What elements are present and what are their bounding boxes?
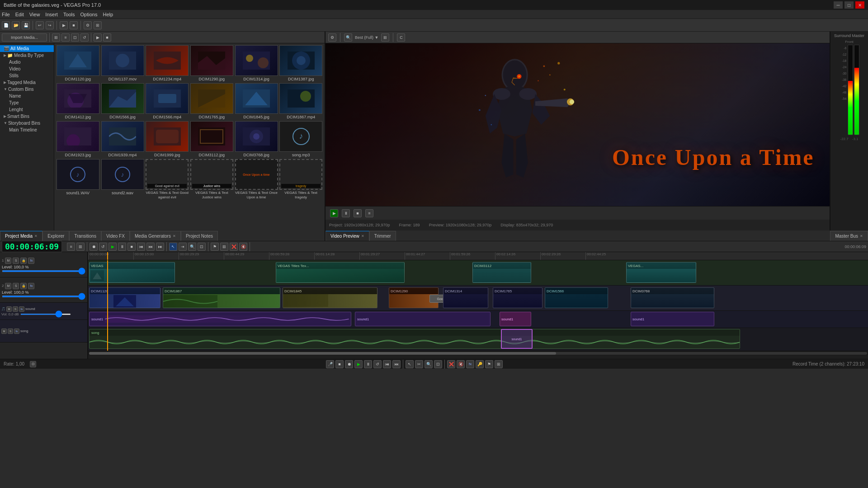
media-item-dcim1999[interactable]: DCIM1999.jpg xyxy=(145,121,189,157)
track1-lock[interactable]: 🔒 xyxy=(20,258,27,264)
clip-dcim1120[interactable]: DCIM1120 xyxy=(89,287,160,308)
scrollbar-thumb[interactable] xyxy=(89,352,556,355)
open-button[interactable]: 📂 xyxy=(12,21,20,29)
media-item-dcim3112[interactable]: DCIM3112.jpg xyxy=(190,121,234,157)
clip-vegas-1[interactable]: VEGAS xyxy=(89,262,175,283)
tl-pause[interactable]: ⏸ xyxy=(118,243,126,251)
refresh-button[interactable]: ↺ xyxy=(80,33,89,42)
media-item-dcim1845[interactable]: DCIM1845.jpg xyxy=(235,83,278,119)
audio1-mute[interactable]: M xyxy=(6,306,12,312)
track1-solo[interactable]: S xyxy=(13,258,19,264)
grid-button[interactable]: ⊞ xyxy=(94,21,102,29)
track1-level-slider[interactable] xyxy=(2,270,85,272)
tl-end[interactable]: ⏭ xyxy=(156,243,164,251)
restore-button[interactable]: □ xyxy=(844,1,854,9)
tl-play[interactable]: ▶ xyxy=(108,243,117,251)
stop-media-button[interactable]: ■ xyxy=(103,33,111,42)
clip-dcim1867[interactable]: DCIM1867 xyxy=(163,287,280,308)
bt-snap[interactable]: ⊡ xyxy=(434,360,442,368)
tl-region[interactable]: ⊞ xyxy=(220,243,228,251)
preview-settings[interactable]: ⚙ xyxy=(328,33,336,42)
bt-region2[interactable]: ⊞ xyxy=(495,360,503,368)
view-toggle[interactable]: ⊞ xyxy=(52,33,60,42)
save-button[interactable]: 💾 xyxy=(22,21,30,29)
track1-mute[interactable]: M xyxy=(5,258,11,264)
bt-pause[interactable]: ⏸ xyxy=(364,360,372,368)
bt-loop[interactable]: ↺ xyxy=(373,360,382,368)
tree-main-timeline[interactable]: Main Timeline xyxy=(0,127,54,133)
song-solo[interactable]: S xyxy=(8,328,13,334)
media-item-dcim1234[interactable]: DCIM1234.mp4 xyxy=(145,45,189,81)
tab-project-media[interactable]: Project Media ✕ xyxy=(0,231,42,241)
track2-fx[interactable]: fx xyxy=(28,283,34,289)
import-media-button[interactable]: Import Media... xyxy=(2,33,47,42)
tl-btn-2[interactable]: ⊞ xyxy=(76,243,85,251)
sort-button[interactable]: ≡ xyxy=(61,33,70,42)
track2-level-slider[interactable] xyxy=(2,296,85,297)
highlighted-clip[interactable]: sound1 xyxy=(501,329,533,349)
song-fx[interactable]: fx xyxy=(14,328,19,334)
minimize-button[interactable]: ─ xyxy=(834,1,843,9)
preview-quality[interactable]: Best (Full) ▼ xyxy=(355,35,378,40)
stop-button[interactable]: ■ xyxy=(70,21,78,29)
tab-video-preview[interactable]: Video Preview ✕ xyxy=(326,231,369,241)
status-btn-1[interactable]: ⊡ xyxy=(30,361,36,367)
tab-media-generators[interactable]: Media Generators ✕ xyxy=(130,231,181,241)
preview-loop-button[interactable]: ≡ xyxy=(365,209,373,217)
redo-button[interactable]: ↪ xyxy=(46,21,54,29)
tab-transitions[interactable]: Transitions xyxy=(69,231,101,241)
tree-video[interactable]: Video xyxy=(0,66,54,72)
bt-prev-frame[interactable]: ⏮ xyxy=(383,360,391,368)
media-item-title-justice[interactable]: Justice wins VEGAS Titles & Text Justice… xyxy=(190,159,234,202)
preview-play-button[interactable]: ▶ xyxy=(330,209,338,217)
menu-file[interactable]: File xyxy=(2,12,10,17)
audio-clip-sound1-1[interactable]: sound1 xyxy=(89,312,351,326)
preview-stop-button[interactable]: ■ xyxy=(354,209,362,217)
new-button[interactable]: 📄 xyxy=(2,21,10,29)
tl-record[interactable]: ⏺ xyxy=(90,243,98,251)
clip-dcim1566[interactable]: DCIM1566 xyxy=(545,287,608,308)
media-item-sound2[interactable]: ♪ sound2.wav xyxy=(101,159,145,202)
media-item-dcim1566jpg[interactable]: DCIM1566.jpg xyxy=(101,83,145,119)
bt-key[interactable]: 🔑 xyxy=(476,360,484,368)
close-button[interactable]: ✕ xyxy=(855,1,864,9)
bt-next-frame[interactable]: ⏭ xyxy=(392,360,401,368)
tl-btn-1[interactable]: ≡ xyxy=(67,243,75,251)
tl-prev[interactable]: ⏮ xyxy=(137,243,145,251)
menu-options[interactable]: Options xyxy=(80,12,98,17)
bt-mic[interactable]: 🎤 xyxy=(326,360,334,368)
audio1-solo[interactable]: S xyxy=(13,306,18,312)
preview-pause-button[interactable]: ⏸ xyxy=(342,209,350,217)
tree-custom-bins[interactable]: ▼ Custom Bins xyxy=(0,86,54,93)
play-media-button[interactable]: ▶ xyxy=(94,33,102,42)
song-mute[interactable]: M xyxy=(1,328,7,334)
bt-play[interactable]: ▶ xyxy=(354,360,363,368)
media-item-dcim1314[interactable]: DCIM1314.jpg xyxy=(235,45,278,81)
render-button[interactable]: ⚙ xyxy=(84,21,92,29)
tl-snap[interactable]: ⊡ xyxy=(198,243,206,251)
tree-tagged-media[interactable]: ▶ Tagged Media xyxy=(0,79,54,86)
audio-clip-song[interactable]: song xyxy=(89,329,740,349)
audio-clip-sound1-4[interactable]: sound1 xyxy=(631,312,714,326)
clip-dcim3768[interactable]: DCIM3768 xyxy=(631,287,714,308)
tl-stop[interactable]: ■ xyxy=(127,243,136,251)
tree-stills[interactable]: Stills xyxy=(0,72,54,79)
media-item-dcim1867[interactable]: DCIM1867.mp4 xyxy=(279,83,323,119)
tree-media-by-type[interactable]: ▶ 📁 Media By Type xyxy=(0,52,54,59)
clip-dcim1314[interactable]: DCIM1314 xyxy=(443,287,488,308)
media-item-title-once[interactable]: Once Upon a time VEGAS Titles & Text Onc… xyxy=(235,159,278,202)
media-item-dcim1290[interactable]: DCIM1290.jpg xyxy=(190,45,234,81)
menu-tools[interactable]: Tools xyxy=(63,12,75,17)
media-item-title-tragedy[interactable]: tragedy VEGAS Titles & Text tragedy xyxy=(279,159,323,202)
track2-solo[interactable]: S xyxy=(13,283,19,289)
track1-fx[interactable]: fx xyxy=(28,258,34,264)
track2-mute[interactable]: M xyxy=(5,283,11,289)
media-item-dcim1765[interactable]: DCIM1765.jpg xyxy=(190,83,234,119)
play-button[interactable]: ▶ xyxy=(60,21,68,29)
bt-stop[interactable]: ■ xyxy=(335,360,344,368)
tab-master-bus[interactable]: Master Bus ✕ xyxy=(830,231,868,241)
tree-smart-bins[interactable]: ▶ Smart Bins xyxy=(0,113,54,120)
tl-marker-add[interactable]: ⚑ xyxy=(211,243,219,251)
menu-view[interactable]: View xyxy=(29,12,40,17)
tree-all-media[interactable]: 🎬 All Media xyxy=(0,45,54,52)
